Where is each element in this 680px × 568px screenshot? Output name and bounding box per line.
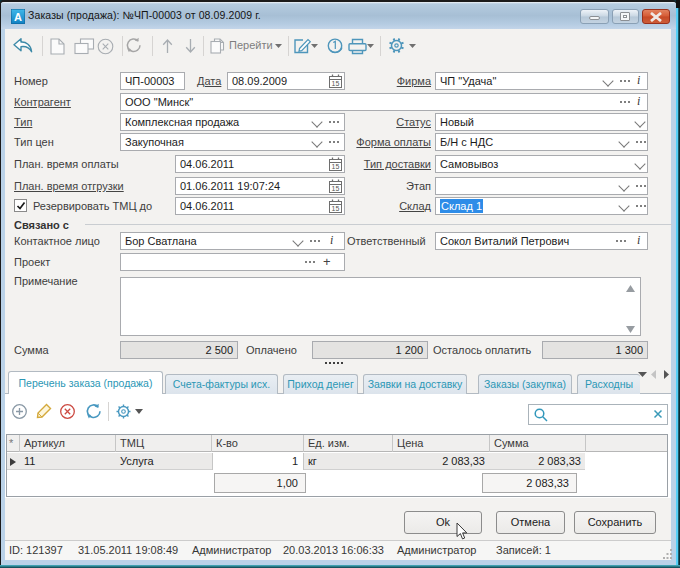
svg-text:15: 15: [332, 185, 340, 192]
svg-text:15: 15: [332, 205, 340, 212]
svg-text:A: A: [14, 11, 22, 23]
svg-text:15: 15: [332, 80, 340, 87]
svg-text:15: 15: [332, 163, 340, 170]
